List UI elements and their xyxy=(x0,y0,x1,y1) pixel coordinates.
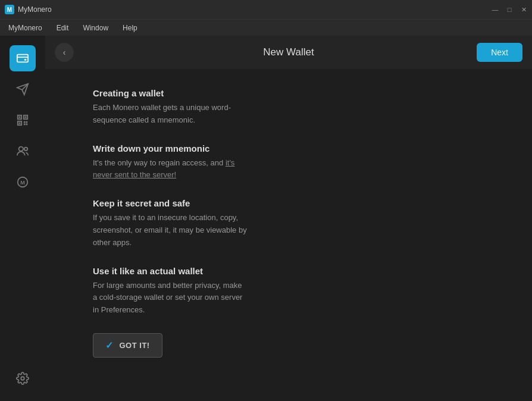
sidebar-item-qr[interactable] xyxy=(10,107,36,133)
svg-rect-15 xyxy=(24,124,26,126)
exchange-icon: M xyxy=(16,176,29,189)
content-area: Creating a wallet Each Monero wallet get… xyxy=(45,69,532,401)
sidebar-item-settings[interactable] xyxy=(10,365,36,391)
app-title: MyMonero xyxy=(18,5,52,14)
section-mnemonic: Write down your mnemonic It's the only w… xyxy=(93,143,484,182)
menubar: MyMonero Edit Window Help xyxy=(0,19,532,36)
topbar: ‹ New Wallet Next xyxy=(45,36,532,69)
section-creating-body: Each Monero wallet gets a unique word-se… xyxy=(93,102,248,127)
section-mnemonic-title: Write down your mnemonic xyxy=(93,143,484,153)
svg-rect-14 xyxy=(26,121,28,123)
app-icon: M xyxy=(5,5,14,14)
section-secret-body: If you save it to an insecure location, … xyxy=(93,212,248,249)
svg-rect-11 xyxy=(19,123,21,124)
maximize-button[interactable]: □ xyxy=(506,6,513,13)
menu-window[interactable]: Window xyxy=(77,22,114,34)
svg-rect-16 xyxy=(26,124,28,126)
contacts-icon xyxy=(16,145,29,158)
menu-edit[interactable]: Edit xyxy=(51,22,75,34)
got-it-area: ✓ GOT IT! xyxy=(93,333,484,358)
minimize-button[interactable]: — xyxy=(492,6,499,13)
svg-point-18 xyxy=(24,148,28,151)
svg-rect-2 xyxy=(17,55,28,62)
section-actual-wallet-title: Use it like an actual wallet xyxy=(93,266,484,276)
section-secret: Keep it secret and safe If you save it t… xyxy=(93,198,484,249)
titlebar-left: M MyMonero xyxy=(5,5,52,14)
mnemonic-body-pre: It's the only way to regain access, and xyxy=(93,158,226,167)
sidebar-item-exchange[interactable]: M xyxy=(10,169,36,195)
titlebar: M MyMonero — □ ✕ xyxy=(0,0,532,19)
titlebar-controls: — □ ✕ xyxy=(492,6,527,13)
page-title: New Wallet xyxy=(263,46,314,58)
svg-rect-13 xyxy=(24,121,26,123)
svg-point-17 xyxy=(19,147,23,151)
svg-rect-3 xyxy=(24,59,27,61)
section-creating: Creating a wallet Each Monero wallet get… xyxy=(93,88,484,127)
next-button[interactable]: Next xyxy=(477,43,522,62)
back-icon: ‹ xyxy=(63,48,66,57)
section-creating-title: Creating a wallet xyxy=(93,88,484,98)
svg-rect-9 xyxy=(19,117,21,118)
main-content: ‹ New Wallet Next Creating a wallet Each… xyxy=(45,36,532,401)
svg-text:M: M xyxy=(7,7,12,13)
sidebar-item-wallet[interactable] xyxy=(10,45,36,71)
check-icon: ✓ xyxy=(105,340,114,351)
app-body: M ‹ New Wallet Next Creating a wallet xyxy=(0,36,532,401)
menu-mymonero[interactable]: MyMonero xyxy=(2,22,48,34)
menu-help[interactable]: Help xyxy=(117,22,143,34)
svg-text:M: M xyxy=(20,180,25,186)
close-button[interactable]: ✕ xyxy=(520,6,527,13)
sidebar: M xyxy=(0,36,45,401)
section-mnemonic-body: It's the only way to regain access, and … xyxy=(93,157,248,182)
qr-icon xyxy=(16,114,29,127)
section-secret-title: Keep it secret and safe xyxy=(93,198,484,208)
wallet-icon xyxy=(16,52,29,65)
sidebar-item-send[interactable] xyxy=(10,76,36,102)
section-actual-wallet: Use it like an actual wallet For large a… xyxy=(93,266,484,317)
back-button[interactable]: ‹ xyxy=(55,43,74,62)
got-it-label: GOT IT! xyxy=(120,341,150,350)
send-icon xyxy=(16,83,29,96)
settings-icon xyxy=(16,372,29,385)
got-it-button[interactable]: ✓ GOT IT! xyxy=(93,333,162,358)
sidebar-item-contacts[interactable] xyxy=(10,138,36,164)
section-actual-wallet-body: For large amounts and better privacy, ma… xyxy=(93,280,248,317)
svg-rect-10 xyxy=(25,117,27,118)
svg-point-21 xyxy=(21,377,24,380)
